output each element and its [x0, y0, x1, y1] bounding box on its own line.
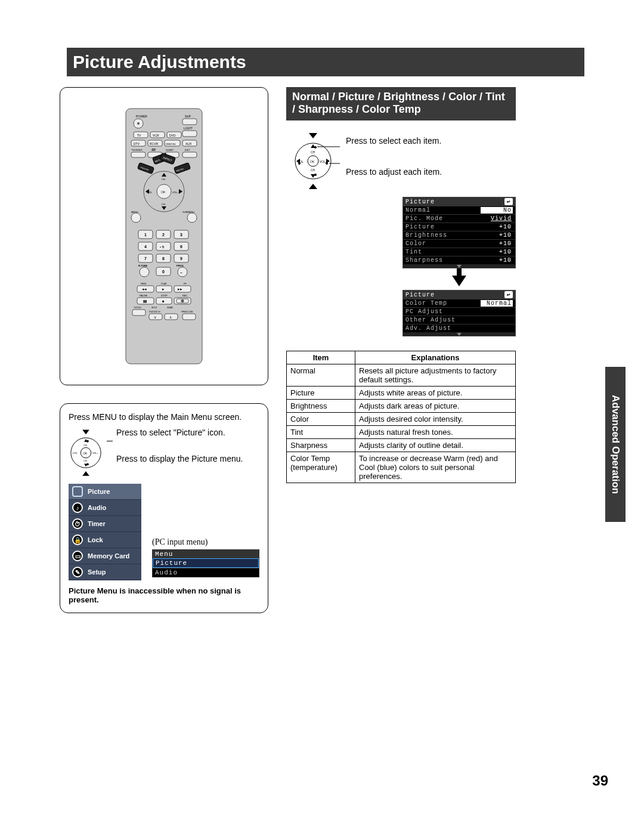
- pc-input-menu: Menu Picture Audio: [152, 549, 259, 577]
- svg-text:OK: OK: [83, 452, 88, 455]
- audio-icon: ♪: [72, 502, 83, 513]
- svg-text:OPEN/CLOSE: OPEN/CLOSE: [181, 311, 193, 313]
- svg-text:TV/VIDEO: TV/VIDEO: [131, 149, 143, 152]
- svg-text:SWAP: SWAP: [167, 307, 174, 309]
- svg-text:TV/VCR: TV/VCR: [134, 307, 141, 309]
- svg-text:FF: FF: [184, 282, 187, 285]
- svg-marker-124: [309, 133, 317, 138]
- svg-text:■: ■: [162, 299, 165, 303]
- svg-rect-98: [132, 310, 145, 316]
- svg-text:∨: ∨: [154, 316, 156, 319]
- svg-text:CH: CH: [83, 444, 87, 447]
- osd-picture-1: Picture↩ NormalNo Pic. ModeVivid Picture…: [402, 197, 516, 268]
- svg-text:VCR: VCR: [153, 134, 159, 137]
- svg-point-50: [131, 213, 141, 222]
- svg-text:-VOL: -VOL: [147, 191, 153, 194]
- svg-text:VOL+: VOL+: [172, 191, 179, 194]
- svg-text:OK: OK: [161, 190, 166, 194]
- svg-rect-5: [182, 119, 197, 125]
- svg-rect-107: [182, 314, 196, 320]
- display-picture-text: Press to display the Picture menu.: [116, 454, 259, 463]
- svg-text:–: –: [180, 270, 182, 274]
- svg-point-76: [178, 267, 187, 277]
- main-menu-item-audio: ♪Audio: [69, 500, 141, 516]
- svg-text:6: 6: [180, 245, 182, 249]
- svg-point-72: [140, 267, 149, 277]
- menu-note: Picture Menu is inaccessible when no sig…: [69, 586, 259, 604]
- svg-point-131: [314, 174, 317, 176]
- page-number: 39: [592, 772, 608, 789]
- picture-icon: [72, 486, 83, 497]
- side-tab: Advanced Operation: [605, 367, 626, 522]
- timer-icon: ⏱: [72, 518, 83, 529]
- table-row: Color Temp (temperature)To increase or d…: [287, 452, 516, 483]
- svg-point-115: [86, 440, 89, 443]
- svg-text:DVD: DVD: [169, 134, 176, 137]
- svg-text:PROG: PROG: [177, 264, 184, 267]
- table-row: TintAdjusts natural fresh tones.: [287, 426, 516, 439]
- table-row: ColorAdjusts desired color intensity.: [287, 413, 516, 426]
- svg-text:POWER: POWER: [136, 115, 147, 118]
- svg-text:TV: TV: [137, 134, 141, 137]
- svg-text:3: 3: [180, 233, 182, 237]
- return-icon: ↩: [504, 198, 513, 205]
- svg-text:REW: REW: [141, 282, 147, 285]
- svg-rect-85: [174, 286, 191, 292]
- svg-text:CH: CH: [83, 460, 87, 462]
- page-title: Picture Adjustments: [67, 52, 246, 72]
- svg-text:R-TUNE: R-TUNE: [138, 264, 147, 267]
- svg-marker-111: [82, 429, 89, 434]
- main-menu-item-lock: 🔒Lock: [69, 532, 141, 548]
- menu-instruction-box: Press MENU to display the Main Menu scre…: [60, 403, 268, 613]
- svg-text:4: 4: [144, 245, 147, 249]
- svg-point-130: [314, 146, 317, 149]
- setup-icon: ✎: [72, 567, 83, 577]
- svg-point-52: [187, 213, 197, 222]
- svg-text:CH: CH: [311, 168, 315, 172]
- svg-text:∧: ∧: [169, 316, 172, 319]
- select-picture-text: Press to select "Picture" icon.: [116, 428, 259, 437]
- press-adjust-text: Press to adjust each item.: [346, 167, 516, 177]
- svg-text:▮▮: ▮▮: [143, 299, 147, 303]
- svg-text:OK: OK: [310, 160, 315, 163]
- main-menu-item-timer: ⏱Timer: [69, 516, 141, 532]
- remote-svg: POWER SAP LIGHT TV VCR DVD DTV RCVR DBS/…: [125, 108, 203, 364]
- svg-text:• 5: • 5: [160, 245, 165, 249]
- main-menu-item-memory: ▭Memory Card: [69, 548, 141, 564]
- svg-text:▸▸: ▸▸: [178, 287, 182, 291]
- svg-text:◂◂: ◂◂: [142, 287, 147, 291]
- svg-text:REC: REC: [182, 294, 188, 297]
- remote-illustration: POWER SAP LIGHT TV VCR DVD DTV RCVR DBS/…: [60, 87, 268, 385]
- svg-rect-23: [131, 152, 145, 157]
- svg-text:7: 7: [144, 256, 147, 261]
- svg-point-3: [137, 122, 140, 125]
- svg-text:DBS/CBL: DBS/CBL: [166, 143, 177, 146]
- svg-text:-VOL: -VOL: [296, 160, 304, 163]
- table-row: BrightnessAdjusts dark areas of picture.: [287, 400, 516, 413]
- svg-text:0: 0: [162, 270, 165, 274]
- svg-text:STOP: STOP: [161, 294, 168, 297]
- svg-text:1: 1: [144, 233, 147, 237]
- page-title-bar: Picture Adjustments: [60, 48, 584, 76]
- svg-rect-29: [182, 152, 197, 157]
- arrow-down-icon: [452, 276, 466, 286]
- press-select-text: Press to select each item.: [346, 136, 516, 146]
- svg-text:SD: SD: [151, 148, 156, 152]
- svg-text:PLAY: PLAY: [161, 282, 167, 285]
- table-row: NormalResets all picture adjustments to …: [287, 364, 516, 387]
- svg-text:SAP: SAP: [185, 115, 191, 118]
- main-menu-list: Picture ♪Audio ⏱Timer 🔒Lock ▭Memory Card…: [69, 484, 141, 580]
- svg-text:DVD/VCR CH: DVD/VCR CH: [149, 311, 160, 313]
- svg-text:VOL+: VOL+: [320, 160, 327, 163]
- svg-point-96: [181, 299, 184, 302]
- main-menu-item-setup: ✎Setup: [69, 564, 141, 580]
- osd-picture-2: Picture↩ Color TempNormal PC Adjust Othe…: [402, 290, 516, 336]
- svg-text:PAUSE: PAUSE: [140, 294, 148, 297]
- svg-text:DTV: DTV: [134, 142, 140, 146]
- svg-text:LIGHT: LIGHT: [184, 126, 193, 130]
- table-row: SharpnessAdjusts clarity of outline deta…: [287, 439, 516, 452]
- svg-text:CH: CH: [162, 203, 165, 206]
- svg-text:VOL+: VOL+: [92, 452, 99, 455]
- svg-text:9: 9: [180, 256, 182, 261]
- svg-text:SLEEP: SLEEP: [166, 149, 174, 152]
